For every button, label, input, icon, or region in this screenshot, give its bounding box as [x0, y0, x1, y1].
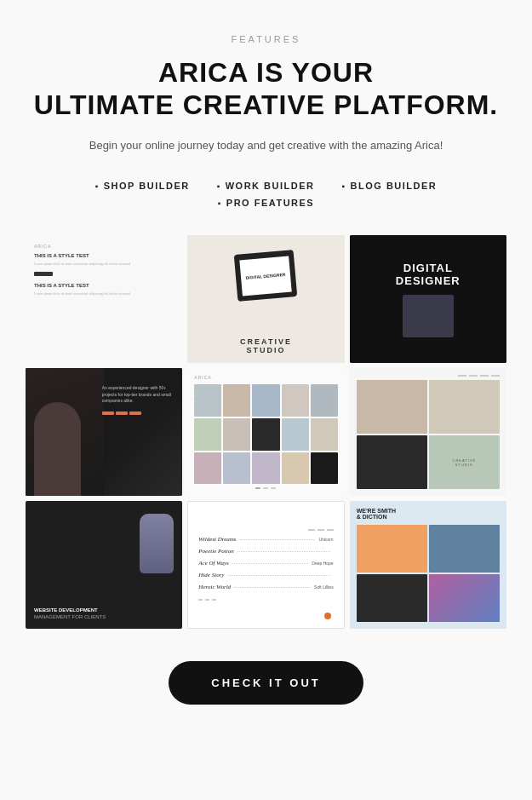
- thumb-14: [282, 452, 309, 485]
- thumb-10: [311, 418, 338, 451]
- r3c2-page-1: [198, 599, 203, 601]
- tab-blog[interactable]: BLOG BUILDER: [329, 177, 451, 194]
- card-nav-item-3: [480, 375, 489, 377]
- thumb-15: [311, 452, 338, 485]
- preview-card-r2c2: ARICA.: [187, 368, 344, 496]
- preview-card-r2c1: An experienced designer with 50+ project…: [26, 368, 182, 496]
- dark-card-text: An experienced designer with 50+ project…: [102, 385, 176, 405]
- preview-card-r2c3: CREATIVESTUDIO: [350, 368, 506, 496]
- dark-btn-row: [102, 412, 176, 415]
- thumb-3: [252, 384, 279, 417]
- card-nav-item-4: [491, 375, 500, 377]
- link-item-1: Wildest Dreams Unicorn: [198, 536, 333, 543]
- smith-img-3: [357, 574, 427, 622]
- dark-text-area: An experienced designer with 50+ project…: [102, 385, 176, 415]
- dark-portrait: [26, 368, 104, 496]
- thumb-1: [194, 384, 221, 417]
- thumb-9: [282, 418, 309, 451]
- thumb-4: [282, 384, 309, 417]
- features-label: FEATURES: [232, 34, 301, 44]
- product-text: WEBSITE DEVELOPMENT MANAGEMENT FOR CLIEN…: [34, 607, 174, 621]
- card-text2-r1c1: Lorem ipsum dolor sit amet consectetur a…: [34, 291, 174, 296]
- thumb-7: [223, 418, 250, 451]
- card-title-r1c1: THIS IS A STYLE TEST: [34, 253, 174, 258]
- thumb-8: [252, 418, 279, 451]
- subtitle: Begin your online journey today and get …: [89, 137, 443, 154]
- preview-card-r3c1: WEBSITE DEVELOPMENT MANAGEMENT FOR CLIEN…: [26, 501, 182, 629]
- card-btn-r1c1: [34, 272, 53, 276]
- cta-button[interactable]: CHECK IT OUT: [169, 661, 363, 705]
- preview-card-r3c3: WE'RE SMITH& DICTION: [350, 501, 506, 629]
- thumb-5: [311, 384, 338, 417]
- card-nav-item-1: [458, 375, 466, 377]
- dark-mini-btn-3: [129, 412, 141, 415]
- preview-card-r1c1: ARICA. THIS IS A STYLE TEST Lorem ipsum …: [26, 235, 182, 363]
- pagination-dot-2: [263, 487, 268, 489]
- orange-dot: [324, 613, 331, 619]
- link-item-5: Heroic World Soft Lillies: [198, 584, 333, 590]
- r3c2-nav-2: [317, 529, 324, 531]
- pagination-dot-1: [255, 487, 260, 489]
- smith-title: WE'RE SMITH& DICTION: [357, 508, 500, 520]
- card-brand-r2c2: ARICA.: [194, 375, 337, 380]
- dark-title-r1c3: DIGITAL DESIGNER: [396, 262, 460, 288]
- r3c2-nav-3: [327, 529, 334, 531]
- thumb-2: [223, 384, 250, 417]
- side-nav: [194, 385, 196, 402]
- product-image: [140, 514, 174, 573]
- card-nav-item-2: [469, 375, 478, 377]
- thumb-6: [194, 418, 221, 451]
- gallery-img-3: [357, 435, 427, 489]
- tab-pro[interactable]: PRO FEATURES: [204, 194, 328, 211]
- link-item-4: Hide Story: [198, 572, 333, 578]
- side-dot-3: [194, 395, 196, 397]
- dark-mini-btn-2: [116, 412, 128, 415]
- thumb-11: [194, 452, 221, 485]
- preview-card-r1c3: DIGITAL DESIGNER: [350, 235, 506, 363]
- thumb-12: [223, 452, 250, 485]
- smith-grid: [357, 525, 500, 622]
- main-title: ARICA IS YOUR ULTIMATE CREATIVE PLATFORM…: [34, 56, 498, 122]
- link-item-2: Poeetie Potion: [198, 548, 333, 555]
- card-brand-r1c1: ARICA.: [34, 244, 174, 249]
- r3c2-page-2: [205, 599, 209, 601]
- card-text-r1c1: Lorem ipsum dolor sit amet consectetur a…: [34, 262, 174, 267]
- gallery-img-1: [357, 380, 427, 434]
- link-item-3: Ace Of Ways Deep Hope: [198, 560, 333, 567]
- smith-img-4: [429, 574, 500, 622]
- dark-image-r1c3: [403, 295, 454, 337]
- smith-img-1: [357, 525, 427, 573]
- smith-img-2: [429, 525, 500, 573]
- gallery-img-4: CREATIVESTUDIO: [429, 435, 500, 489]
- tab-shop[interactable]: SHOP BUILDER: [82, 177, 203, 194]
- r3c2-nav-1: [308, 529, 315, 531]
- thumb-grid: [194, 384, 337, 484]
- card-label-r1c2: CREATIVESTUDIO: [187, 337, 344, 354]
- mockup-tablet: DIGITAL DESIGNER: [234, 250, 298, 302]
- side-dot-1: [194, 385, 196, 387]
- preview-card-r3c2: Wildest Dreams Unicorn Poeetie Potion Ac…: [187, 501, 344, 629]
- preview-grid: ARICA. THIS IS A STYLE TEST Lorem ipsum …: [26, 235, 506, 629]
- pagination-dot-3: [271, 487, 276, 489]
- dark-mini-btn-1: [102, 412, 114, 415]
- preview-card-r1c2: DIGITAL DESIGNER CREATIVESTUDIO: [187, 235, 344, 363]
- card-title2-r1c1: THIS IS A STYLE TEST: [34, 283, 174, 288]
- side-dot-4: [194, 400, 196, 402]
- main-title-line2: ULTIMATE CREATIVE PLATFORM.: [34, 89, 498, 120]
- side-dot-2: [194, 390, 196, 392]
- portrait-shape: [34, 402, 81, 496]
- mockup-text: DIGITAL DESIGNER: [246, 272, 286, 280]
- main-title-line1: ARICA IS YOUR: [158, 57, 374, 88]
- r3c2-page-3: [212, 599, 216, 601]
- mockup-screen: DIGITAL DESIGNER: [240, 256, 292, 296]
- gallery-img-2: [429, 380, 500, 434]
- nav-tabs: SHOP BUILDER WORK BUILDER BLOG BUILDER P…: [26, 177, 506, 211]
- tab-work[interactable]: WORK BUILDER: [203, 177, 329, 194]
- thumb-13: [252, 452, 279, 485]
- page-container: FEATURES ARICA IS YOUR ULTIMATE CREATIVE…: [0, 0, 532, 747]
